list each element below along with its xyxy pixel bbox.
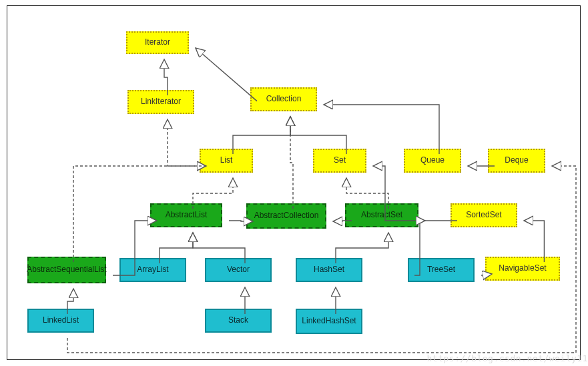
node-label: TreeSet bbox=[427, 265, 455, 275]
node-label: NavigableSet bbox=[499, 264, 546, 273]
node-label: LinkedList bbox=[43, 316, 79, 325]
node-label: Vector bbox=[227, 265, 250, 275]
node-iterator: Iterator bbox=[126, 31, 189, 54]
node-label: Queue bbox=[420, 156, 445, 165]
node-label: Set bbox=[334, 156, 346, 165]
node-label: Stack bbox=[228, 316, 248, 325]
node-queue: Queue bbox=[404, 149, 461, 173]
node-label: AbstractSet bbox=[361, 211, 402, 220]
node-linked-list: LinkedList bbox=[27, 309, 94, 333]
node-label: List bbox=[220, 156, 233, 165]
node-label: LinkedHashSet bbox=[302, 317, 356, 326]
node-set: Set bbox=[313, 149, 366, 173]
node-abstract-sequential-list: AbstractSequentialList bbox=[27, 257, 106, 283]
node-stack: Stack bbox=[205, 309, 272, 333]
node-array-list: ArrayList bbox=[119, 258, 186, 282]
node-link-iterator: LinkIterator bbox=[127, 90, 194, 114]
node-navigable-set: NavigableSet bbox=[485, 257, 560, 281]
node-label: HashSet bbox=[314, 265, 344, 275]
node-tree-set: TreeSet bbox=[408, 258, 475, 282]
node-label: Iterator bbox=[145, 38, 170, 47]
node-label: LinkIterator bbox=[141, 97, 181, 107]
node-vector: Vector bbox=[205, 258, 272, 282]
node-deque: Deque bbox=[488, 149, 545, 173]
node-abstract-list: AbstractList bbox=[150, 203, 222, 227]
node-label: Collection bbox=[266, 95, 302, 104]
edge-navigableSet-to-sortedSet bbox=[524, 221, 544, 262]
node-label: AbstractCollection bbox=[254, 211, 319, 221]
node-list: List bbox=[200, 149, 253, 173]
node-collection: Collection bbox=[250, 87, 317, 111]
node-sorted-set: SortedSet bbox=[451, 203, 517, 227]
node-label: ArrayList bbox=[137, 265, 168, 275]
node-abstract-set: AbstractSet bbox=[345, 203, 418, 227]
node-linked-hash-set: LinkedHashSet bbox=[296, 309, 362, 334]
node-label: AbstractSequentialList bbox=[27, 265, 106, 275]
node-label: AbstractList bbox=[166, 211, 208, 220]
watermark-text: https://blog.csdn.net/weily11 bbox=[427, 353, 588, 363]
edge-collection-to-iterator bbox=[196, 48, 257, 101]
node-abstract-collection: AbstractCollection bbox=[246, 203, 326, 229]
node-label: Deque bbox=[505, 156, 528, 165]
edge-queue-to-collection bbox=[324, 105, 439, 154]
diagram-frame: Iterator LinkIterator Collection List Se… bbox=[7, 5, 581, 360]
edge-abstractCollection-to-collection bbox=[290, 117, 293, 209]
node-label: SortedSet bbox=[466, 211, 501, 220]
node-hash-set: HashSet bbox=[296, 258, 362, 282]
